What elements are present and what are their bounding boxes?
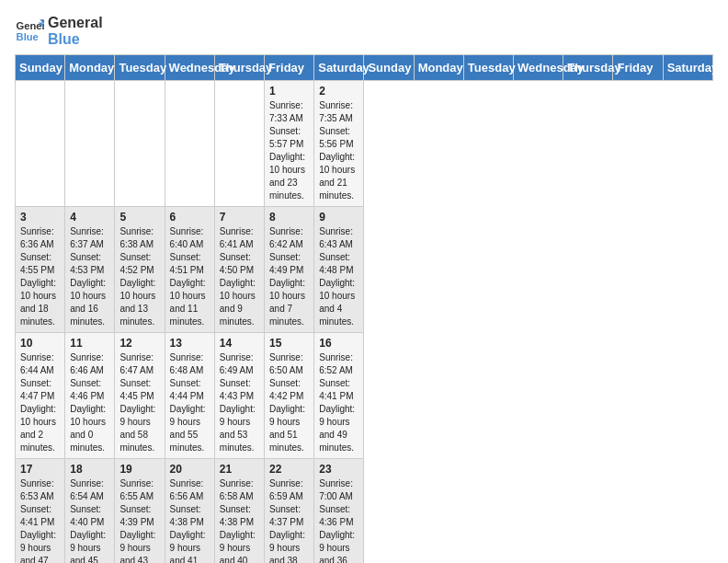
day-info: Sunrise: 6:58 AM Sunset: 4:38 PM Dayligh…	[220, 477, 259, 563]
calendar-week-2: 3Sunrise: 6:36 AM Sunset: 4:55 PM Daylig…	[16, 207, 713, 333]
day-info: Sunrise: 6:53 AM Sunset: 4:41 PM Dayligh…	[20, 477, 60, 563]
day-info: Sunrise: 6:46 AM Sunset: 4:46 PM Dayligh…	[70, 351, 109, 454]
day-info: Sunrise: 6:56 AM Sunset: 4:38 PM Dayligh…	[170, 477, 210, 563]
day-info: Sunrise: 6:50 AM Sunset: 4:42 PM Dayligh…	[269, 351, 309, 454]
weekday-header-thursday: Thursday	[563, 55, 613, 81]
day-number: 19	[119, 463, 159, 476]
day-number: 11	[70, 337, 109, 350]
calendar-cell: 12Sunrise: 6:47 AM Sunset: 4:45 PM Dayli…	[115, 333, 165, 459]
day-info: Sunrise: 7:35 AM Sunset: 5:56 PM Dayligh…	[319, 99, 358, 202]
calendar-cell: 13Sunrise: 6:48 AM Sunset: 4:44 PM Dayli…	[165, 333, 214, 459]
weekday-header-thursday: Thursday	[214, 55, 264, 81]
calendar-cell: 3Sunrise: 6:36 AM Sunset: 4:55 PM Daylig…	[16, 207, 65, 333]
logo-icon: General Blue	[15, 17, 44, 46]
calendar-cell: 9Sunrise: 6:43 AM Sunset: 4:48 PM Daylig…	[314, 207, 364, 333]
day-number: 3	[20, 211, 60, 224]
weekday-header-friday: Friday	[613, 55, 663, 81]
calendar-cell: 21Sunrise: 6:58 AM Sunset: 4:38 PM Dayli…	[214, 459, 264, 563]
day-number: 2	[319, 85, 358, 98]
day-number: 9	[319, 211, 358, 224]
svg-text:Blue: Blue	[17, 30, 39, 41]
calendar-cell: 2Sunrise: 7:35 AM Sunset: 5:56 PM Daylig…	[314, 81, 364, 207]
day-number: 12	[119, 337, 159, 350]
day-number: 8	[269, 211, 309, 224]
day-info: Sunrise: 6:49 AM Sunset: 4:43 PM Dayligh…	[220, 351, 259, 454]
day-info: Sunrise: 6:42 AM Sunset: 4:49 PM Dayligh…	[269, 225, 309, 328]
calendar-table: SundayMondayTuesdayWednesdayThursdayFrid…	[15, 54, 713, 563]
logo-text: General Blue	[48, 15, 103, 47]
weekday-header-sunday: Sunday	[16, 55, 65, 81]
calendar-cell: 7Sunrise: 6:41 AM Sunset: 4:50 PM Daylig…	[214, 207, 264, 333]
day-number: 16	[319, 337, 358, 350]
logo: General Blue General Blue	[15, 15, 103, 47]
calendar-cell: 18Sunrise: 6:54 AM Sunset: 4:40 PM Dayli…	[65, 459, 115, 563]
calendar-week-4: 17Sunrise: 6:53 AM Sunset: 4:41 PM Dayli…	[16, 459, 713, 563]
day-number: 10	[20, 337, 60, 350]
day-info: Sunrise: 6:41 AM Sunset: 4:50 PM Dayligh…	[220, 225, 259, 328]
calendar-cell	[16, 81, 65, 207]
calendar-cell: 15Sunrise: 6:50 AM Sunset: 4:42 PM Dayli…	[265, 333, 314, 459]
day-number: 17	[20, 463, 60, 476]
calendar-cell: 17Sunrise: 6:53 AM Sunset: 4:41 PM Dayli…	[16, 459, 65, 563]
day-number: 7	[220, 211, 259, 224]
day-info: Sunrise: 7:00 AM Sunset: 4:36 PM Dayligh…	[319, 477, 358, 563]
calendar-cell	[115, 81, 165, 207]
weekday-header-monday: Monday	[65, 55, 115, 81]
calendar-cell: 10Sunrise: 6:44 AM Sunset: 4:47 PM Dayli…	[16, 333, 65, 459]
day-info: Sunrise: 6:47 AM Sunset: 4:45 PM Dayligh…	[119, 351, 159, 454]
calendar-cell: 8Sunrise: 6:42 AM Sunset: 4:49 PM Daylig…	[265, 207, 314, 333]
weekday-header-sunday: Sunday	[364, 55, 414, 81]
day-info: Sunrise: 6:54 AM Sunset: 4:40 PM Dayligh…	[70, 477, 109, 563]
weekday-header-friday: Friday	[265, 55, 314, 81]
calendar-cell: 22Sunrise: 6:59 AM Sunset: 4:37 PM Dayli…	[265, 459, 314, 563]
calendar-cell	[65, 81, 115, 207]
day-number: 18	[70, 463, 109, 476]
day-info: Sunrise: 6:44 AM Sunset: 4:47 PM Dayligh…	[20, 351, 60, 454]
weekday-header-monday: Monday	[414, 55, 463, 81]
calendar-cell: 19Sunrise: 6:55 AM Sunset: 4:39 PM Dayli…	[115, 459, 165, 563]
day-number: 21	[220, 463, 259, 476]
day-number: 23	[319, 463, 358, 476]
weekday-header-saturday: Saturday	[314, 55, 364, 81]
day-info: Sunrise: 6:38 AM Sunset: 4:52 PM Dayligh…	[119, 225, 159, 328]
weekday-header-saturday: Saturday	[663, 55, 712, 81]
day-number: 15	[269, 337, 309, 350]
calendar-cell: 20Sunrise: 6:56 AM Sunset: 4:38 PM Dayli…	[165, 459, 214, 563]
weekday-header-tuesday: Tuesday	[115, 55, 165, 81]
calendar-header-row: SundayMondayTuesdayWednesdayThursdayFrid…	[16, 55, 713, 81]
calendar-cell: 4Sunrise: 6:37 AM Sunset: 4:53 PM Daylig…	[65, 207, 115, 333]
calendar-week-3: 10Sunrise: 6:44 AM Sunset: 4:47 PM Dayli…	[16, 333, 713, 459]
calendar-cell: 14Sunrise: 6:49 AM Sunset: 4:43 PM Dayli…	[214, 333, 264, 459]
day-info: Sunrise: 6:36 AM Sunset: 4:55 PM Dayligh…	[20, 225, 60, 328]
day-info: Sunrise: 6:59 AM Sunset: 4:37 PM Dayligh…	[269, 477, 309, 563]
calendar-cell: 5Sunrise: 6:38 AM Sunset: 4:52 PM Daylig…	[115, 207, 165, 333]
calendar-cell: 23Sunrise: 7:00 AM Sunset: 4:36 PM Dayli…	[314, 459, 364, 563]
day-info: Sunrise: 6:37 AM Sunset: 4:53 PM Dayligh…	[70, 225, 109, 328]
calendar-cell: 16Sunrise: 6:52 AM Sunset: 4:41 PM Dayli…	[314, 333, 364, 459]
svg-text:General: General	[17, 20, 44, 31]
day-number: 4	[70, 211, 109, 224]
day-number: 13	[170, 337, 210, 350]
day-info: Sunrise: 6:40 AM Sunset: 4:51 PM Dayligh…	[170, 225, 210, 328]
day-info: Sunrise: 6:48 AM Sunset: 4:44 PM Dayligh…	[170, 351, 210, 454]
day-info: Sunrise: 6:52 AM Sunset: 4:41 PM Dayligh…	[319, 351, 358, 454]
day-number: 22	[269, 463, 309, 476]
day-number: 20	[170, 463, 210, 476]
calendar-cell: 11Sunrise: 6:46 AM Sunset: 4:46 PM Dayli…	[65, 333, 115, 459]
day-info: Sunrise: 6:43 AM Sunset: 4:48 PM Dayligh…	[319, 225, 358, 328]
calendar-week-1: 1Sunrise: 7:33 AM Sunset: 5:57 PM Daylig…	[16, 81, 713, 207]
day-number: 1	[269, 85, 309, 98]
day-info: Sunrise: 6:55 AM Sunset: 4:39 PM Dayligh…	[119, 477, 159, 563]
page-header: General Blue General Blue	[15, 15, 713, 47]
day-number: 6	[170, 211, 210, 224]
day-number: 14	[220, 337, 259, 350]
weekday-header-wednesday: Wednesday	[165, 55, 214, 81]
calendar-cell	[214, 81, 264, 207]
day-number: 5	[119, 211, 159, 224]
weekday-header-wednesday: Wednesday	[514, 55, 563, 81]
day-info: Sunrise: 7:33 AM Sunset: 5:57 PM Dayligh…	[269, 99, 309, 202]
calendar-cell: 1Sunrise: 7:33 AM Sunset: 5:57 PM Daylig…	[265, 81, 314, 207]
weekday-header-tuesday: Tuesday	[463, 55, 513, 81]
calendar-cell	[165, 81, 214, 207]
calendar-cell: 6Sunrise: 6:40 AM Sunset: 4:51 PM Daylig…	[165, 207, 214, 333]
